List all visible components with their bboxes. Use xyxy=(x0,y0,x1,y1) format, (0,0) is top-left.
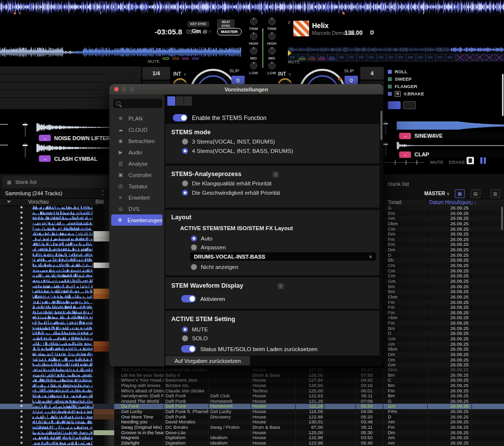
stem-button[interactable] xyxy=(318,58,325,60)
track-preview-waveform[interactable] xyxy=(32,431,93,435)
high-knob[interactable] xyxy=(268,32,276,40)
star-icon[interactable]: ★ xyxy=(20,388,23,393)
track-row[interactable]: Zdarlight Digitalism Idealism House 123,… xyxy=(114,441,504,446)
radio-option[interactable]: MUTE xyxy=(182,327,208,332)
track-preview-waveform[interactable] xyxy=(32,415,93,419)
key-row[interactable]: Em 26.09.25 xyxy=(384,211,504,216)
preview-row[interactable]: ★ xyxy=(0,263,114,268)
key-row[interactable]: Bm 26.09.25 xyxy=(384,326,504,331)
track-row[interactable]: Aerodynamic (Daft Punk Daft Punk Daft Cl… xyxy=(114,393,504,399)
radio-option[interactable]: Die Geschwindigkeit erhält Priorität xyxy=(182,190,280,196)
key-row[interactable]: Cm 26.09.25 xyxy=(384,227,504,232)
preview-row[interactable]: ★ xyxy=(0,399,114,404)
aktivieren-toggle[interactable] xyxy=(181,295,196,302)
view-list-button[interactable]: ▤ xyxy=(471,189,480,198)
playlist-item[interactable]: ▦ blank list xyxy=(2,176,117,188)
slider-handle[interactable] xyxy=(383,123,388,124)
track-preview-waveform[interactable] xyxy=(32,305,93,309)
star-icon[interactable]: ★ xyxy=(20,310,23,315)
mute-solo-reset-toggle[interactable] xyxy=(181,345,196,353)
high-knob[interactable] xyxy=(250,32,257,40)
track-preview-waveform[interactable] xyxy=(32,206,93,209)
preview-row[interactable]: ★ xyxy=(0,278,114,284)
sampler-slot[interactable]: → CLAP xyxy=(397,150,504,159)
star-icon[interactable]: ★ xyxy=(20,294,23,299)
star-icon[interactable]: ★ xyxy=(20,430,23,436)
key-row[interactable]: Dm 26.09.25 xyxy=(384,352,504,357)
track-preview-waveform[interactable] xyxy=(32,436,93,440)
preview-row[interactable]: ★ xyxy=(0,430,114,436)
track-preview-waveform[interactable] xyxy=(32,425,93,429)
dialog-tab[interactable] xyxy=(184,96,192,106)
track-preview-waveform[interactable] xyxy=(32,221,93,225)
preview-row[interactable]: ★ xyxy=(0,415,114,420)
dialog-scrollbar[interactable] xyxy=(380,111,382,140)
preview-row[interactable]: ★ xyxy=(0,231,114,237)
star-icon[interactable]: ★ xyxy=(20,415,23,420)
track-preview-waveform[interactable] xyxy=(32,326,93,330)
key-row[interactable]: Cm 26.09.25 xyxy=(384,273,504,279)
preview-row[interactable]: ★ xyxy=(0,299,114,305)
star-icon[interactable]: ★ xyxy=(20,419,23,425)
key-row[interactable]: Dbm 26.09.25 xyxy=(384,221,504,227)
fx-page-button[interactable] xyxy=(403,101,416,109)
key-row[interactable]: Fm 26.09.25 xyxy=(384,310,504,316)
loop-size-item[interactable] xyxy=(0,66,103,74)
sidebar-item[interactable]: Ⓐ Tastatur xyxy=(111,180,162,192)
star-icon[interactable]: ★ xyxy=(20,409,23,415)
key-row[interactable]: Ebm 26.09.25 xyxy=(384,295,504,300)
enable-stems-toggle[interactable] xyxy=(173,114,188,121)
star-icon[interactable]: ★ xyxy=(20,320,23,326)
preview-row[interactable]: ★ xyxy=(0,241,114,247)
preview-row[interactable]: ★ xyxy=(0,341,114,347)
preview-row[interactable]: ★ xyxy=(0,315,114,320)
deck-left-quantize-button[interactable]: Q xyxy=(231,76,245,84)
radio-option[interactable]: Nicht anzeigen xyxy=(191,264,238,270)
mid-knob[interactable] xyxy=(250,47,257,55)
key-row[interactable]: Dm 26.09.25 xyxy=(384,232,504,237)
view-columns-button[interactable]: ▥ xyxy=(490,189,500,198)
fx-checkbox[interactable] xyxy=(388,92,392,96)
zoom-button[interactable] xyxy=(130,87,134,91)
radio-icon[interactable] xyxy=(182,139,188,145)
track-row[interactable]: Where's Your Head At Basement Jaxx House… xyxy=(114,378,504,383)
trim-knob[interactable] xyxy=(250,18,257,25)
sampler-slot[interactable]: → SINEWAVE xyxy=(397,131,504,140)
preview-row[interactable]: ★ xyxy=(0,419,114,425)
track-preview-waveform[interactable] xyxy=(32,258,93,262)
track-row[interactable]: Swag (Original Mix) DC Breaks Swag / Pro… xyxy=(114,425,504,430)
radio-icon[interactable] xyxy=(182,190,188,196)
stem-button[interactable] xyxy=(299,58,306,60)
browser-scrollbar[interactable] xyxy=(501,207,503,230)
sidebar-item[interactable]: ⊕ PLAN xyxy=(111,113,162,124)
sidebar-item[interactable]: ▣ Controller xyxy=(111,169,162,180)
track-preview-waveform[interactable] xyxy=(32,279,93,283)
preview-row[interactable]: ★ xyxy=(0,388,114,393)
track-preview-waveform[interactable] xyxy=(32,232,93,236)
star-icon[interactable]: ★ xyxy=(20,435,23,441)
star-icon[interactable]: ★ xyxy=(20,273,23,278)
deck-right-slip-button[interactable]: SLIP xyxy=(344,68,354,73)
star-icon[interactable]: ★ xyxy=(20,268,23,273)
deck-right-overview-waveform[interactable] xyxy=(288,46,504,62)
track-preview-waveform[interactable] xyxy=(32,295,93,298)
deck-right-loop-display[interactable]: 4 xyxy=(360,67,384,80)
track-row[interactable]: Who's afraid of Detroit Claude Von Strok… xyxy=(114,388,504,394)
preview-row[interactable]: ★ xyxy=(0,247,114,252)
preview-row[interactable]: ★ xyxy=(0,273,114,278)
track-preview-waveform[interactable] xyxy=(32,242,93,246)
track-preview-waveform[interactable] xyxy=(32,362,93,366)
slider-handle[interactable] xyxy=(383,144,388,145)
sidebar-item[interactable]: ▶ Audio xyxy=(111,147,162,158)
sidebar-item[interactable]: ||| Analyse xyxy=(111,158,162,169)
radio-option[interactable]: 4 Stems(VOCAL, INST, BASS, DRUMS) xyxy=(182,148,293,154)
low-knob[interactable] xyxy=(250,62,257,69)
star-icon[interactable]: ★ xyxy=(20,383,23,388)
radio-icon[interactable] xyxy=(182,327,188,332)
master-button[interactable]: MASTER xyxy=(217,28,242,35)
track-preview-waveform[interactable] xyxy=(32,342,93,346)
sample-trigger-icon[interactable]: → xyxy=(399,133,411,139)
fx-scrollbar[interactable] xyxy=(502,74,504,116)
fx-item[interactable]: SWEEP xyxy=(388,75,501,83)
preview-row[interactable]: ★ xyxy=(0,336,114,341)
